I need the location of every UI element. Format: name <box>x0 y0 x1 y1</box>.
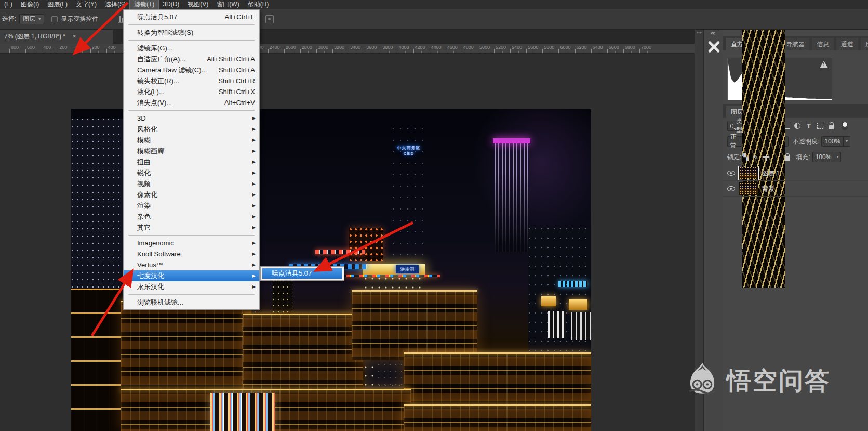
filter-menu-item[interactable]: 镜头校正(R)...Shift+Ctrl+R <box>124 75 259 86</box>
panel-tab[interactable]: 历史记录 <box>861 38 868 50</box>
ruler-minor-tick <box>615 51 616 53</box>
filter-menu-item[interactable]: 模糊画廊▶ <box>124 146 259 156</box>
ruler-tick <box>42 49 42 53</box>
filter-submenu-item[interactable]: 噪点洁具5.07 <box>262 268 343 279</box>
layer-thumbnail[interactable] <box>739 182 758 195</box>
filter-menu-item[interactable]: Knoll Software▶ <box>124 249 259 259</box>
filter-menu-item[interactable]: Vertus™▶ <box>124 259 259 270</box>
filter-menu-item[interactable]: 杂色▶ <box>124 211 259 222</box>
filter-menu-item[interactable]: 消失点(V)...Alt+Ctrl+V <box>124 97 259 108</box>
menubar-item[interactable]: 文字(Y) <box>72 0 101 9</box>
filter-menu-item[interactable]: 其它▶ <box>124 222 259 233</box>
layer-filtering-toggle[interactable] <box>842 122 848 130</box>
blend-mode-dropdown[interactable]: 正常 ▾ <box>727 136 789 147</box>
layer-row[interactable]: 图层 1 <box>723 166 868 181</box>
submenu-arrow-icon: ▶ <box>252 146 256 156</box>
warning-icon[interactable] <box>820 61 828 68</box>
crossed-tools-icon[interactable] <box>707 40 720 54</box>
filter-menu-item[interactable]: 自适应广角(A)...Alt+Shift+Ctrl+A <box>124 54 259 64</box>
divider <box>111 12 111 26</box>
ruler-label: 5000 <box>479 45 490 50</box>
lock-artboard-icon[interactable] <box>774 154 780 160</box>
filter-menu-item[interactable]: 滤镜库(G)... <box>124 43 259 54</box>
filter-menu-item[interactable]: 锐化▶ <box>124 167 259 178</box>
lock-transparent-pixels-icon[interactable]: ▚ <box>741 153 751 161</box>
filter-menu-item[interactable]: 永乐汉化▶ <box>124 281 259 292</box>
filter-shape-layers-icon[interactable] <box>817 123 823 129</box>
wukong-logo-icon <box>683 361 722 400</box>
ruler-minor-tick <box>583 51 583 53</box>
filter-menu: 噪点洁具5.07Alt+Ctrl+F转换为智能滤镜(S)滤镜库(G)...自适应… <box>123 9 260 310</box>
panel-tab[interactable]: 通道 <box>836 38 858 50</box>
ruler-tick <box>9 49 10 53</box>
filter-menu-item[interactable]: 风格化▶ <box>124 124 259 135</box>
ruler-label: 2800 <box>302 45 312 50</box>
menubar-item[interactable]: (E) <box>0 0 17 9</box>
menubar-item[interactable]: 视图(V) <box>183 0 212 9</box>
filter-menu-item[interactable]: 扭曲▶ <box>124 156 259 167</box>
ruler-tick <box>478 49 478 53</box>
lock-position-icon[interactable] <box>763 154 769 161</box>
filter-menu-item[interactable]: 转换为智能滤镜(S) <box>124 27 259 38</box>
lock-label: 锁定: <box>727 153 741 162</box>
document-tab[interactable]: 7% (图层 1, RGB/8*) * × <box>0 30 113 44</box>
filter-menu-item[interactable]: 渲染▶ <box>124 200 259 211</box>
menu-item-shortcut: Alt+Ctrl+V <box>224 97 255 108</box>
visibility-eye-icon[interactable] <box>727 171 735 176</box>
filter-menu-item[interactable]: 七度汉化▶ <box>124 270 259 281</box>
collapse-panels-icon[interactable]: ≪ <box>710 30 715 36</box>
filter-type-layers-icon[interactable]: T <box>803 122 814 130</box>
filter-menu-item[interactable]: 3D▶ <box>124 113 259 124</box>
lock-all-icon[interactable] <box>785 156 790 161</box>
menubar-item[interactable]: 3D(D) <box>158 0 183 9</box>
opacity-value[interactable]: 100% <box>821 136 844 147</box>
ruler-minor-tick <box>324 51 325 53</box>
filter-menu-item[interactable]: 模糊▶ <box>124 135 259 146</box>
lock-image-pixels-icon[interactable]: ✎ <box>751 153 760 161</box>
menubar-item[interactable]: 帮助(H) <box>244 0 273 9</box>
layer-row[interactable]: 背景 <box>723 181 868 197</box>
visibility-eye-icon[interactable] <box>727 186 735 191</box>
ruler-minor-tick <box>647 51 648 53</box>
panel-tab[interactable]: 信息 <box>812 38 834 50</box>
layer-thumbnail[interactable] <box>739 167 758 179</box>
menubar-item[interactable]: 选择(S) <box>101 0 130 9</box>
photo-market-street <box>210 393 275 431</box>
drag-grip-icon[interactable] <box>697 32 702 34</box>
submenu-arrow-icon: ▶ <box>252 178 256 189</box>
filter-menu-item[interactable]: 液化(L)...Shift+Ctrl+X <box>124 86 259 97</box>
menubar-item[interactable]: 图像(I) <box>17 0 43 9</box>
search-icon <box>730 124 733 128</box>
ruler-label: 4000 <box>398 45 409 50</box>
filter-adjustment-layers-icon[interactable] <box>794 123 800 129</box>
auto-select-dropdown[interactable]: 图层 ▾ <box>19 14 44 24</box>
filter-menu-item[interactable]: 视频▶ <box>124 178 259 189</box>
photo-gold-roof-cap <box>541 296 556 306</box>
menu-item-label: 滤镜库(G)... <box>137 43 255 54</box>
filter-menu-item[interactable]: 噪点洁具5.07Alt+Ctrl+F <box>124 11 259 22</box>
submenu-arrow-icon: ▶ <box>252 222 256 233</box>
filter-menu-item[interactable]: Imagenomic▶ <box>124 238 259 249</box>
horizontal-ruler[interactable]: 8006004002000200400600800100012001400160… <box>0 44 695 54</box>
filter-menu-item[interactable]: 浏览联机滤镜... <box>124 297 259 308</box>
filter-menu-item[interactable]: Camera Raw 滤镜(C)...Shift+Ctrl+A <box>124 64 259 75</box>
menubar-item[interactable]: 窗口(W) <box>212 0 243 9</box>
show-transform-checkbox[interactable] <box>51 16 58 22</box>
fill-value[interactable]: 100% <box>812 152 835 162</box>
fill-chevron[interactable]: ▾ <box>834 152 841 162</box>
close-icon[interactable]: × <box>72 33 76 40</box>
filter-smart-objects-icon[interactable] <box>829 125 834 129</box>
menu-item-shortcut: Shift+Ctrl+A <box>219 64 255 75</box>
menu-separator <box>128 294 255 295</box>
menu-bar: (E)图像(I)图层(L)文字(Y)选择(S)滤镜(T)3D(D)视图(V)窗口… <box>0 0 868 9</box>
ruler-label: 4200 <box>415 45 425 50</box>
submenu-arrow-icon: ▶ <box>252 156 256 167</box>
ruler-tick <box>413 49 414 53</box>
ruler-tick <box>58 49 58 53</box>
panel-tab[interactable]: 导航器 <box>781 38 809 50</box>
menubar-item[interactable]: 滤镜(T) <box>130 0 158 9</box>
filter-menu-item[interactable]: 像素化▶ <box>124 189 259 200</box>
menubar-item[interactable]: 图层(L) <box>43 0 72 9</box>
photo-golden-building <box>404 352 591 412</box>
opacity-chevron[interactable]: ▾ <box>844 136 850 147</box>
